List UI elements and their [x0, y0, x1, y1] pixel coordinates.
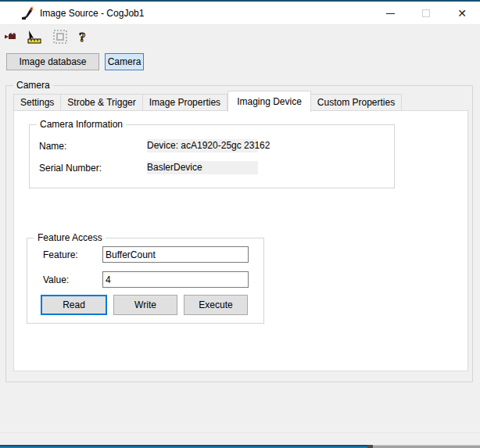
svg-text:?: ? [79, 30, 86, 44]
grid-disabled-icon [52, 29, 69, 45]
titlebar: Image Source - CogJob1 ✕ [0, 2, 480, 25]
camera-icon[interactable] [3, 29, 19, 45]
maximize-button [408, 2, 444, 25]
camera-groupbox-label: Camera [13, 80, 53, 91]
camera-tabstrip: Settings Strobe & Trigger Image Properti… [13, 90, 402, 111]
minimize-button[interactable] [372, 2, 408, 25]
bottom-bar-notch [367, 445, 373, 448]
serial-number-value: BaslerDevice [147, 161, 258, 174]
feature-label: Feature: [43, 249, 78, 260]
bottom-gray-bar [373, 445, 480, 448]
bottom-blue-bar [0, 445, 367, 448]
camera-information-label: Camera Information [37, 119, 126, 130]
tab-custom-properties[interactable]: Custom Properties [311, 94, 402, 111]
window-title: Image Source - CogJob1 [40, 8, 144, 19]
camera-button[interactable]: Camera [105, 53, 144, 70]
window-controls: ✕ [372, 2, 480, 25]
feature-access-label: Feature Access [34, 232, 106, 243]
tab-strobe-trigger[interactable]: Strobe & Trigger [61, 94, 142, 111]
pointer-ruler-icon[interactable] [25, 29, 44, 45]
tab-imaging-device[interactable]: Imaging Device [227, 91, 311, 112]
close-button[interactable]: ✕ [444, 2, 480, 25]
write-button[interactable]: Write [113, 295, 177, 315]
bottom-edge-bar [0, 445, 480, 448]
imaging-device-tabpanel: Camera Information Name: Device: acA1920… [13, 110, 468, 371]
help-icon[interactable]: ? [77, 29, 89, 45]
image-source-window: Image Source - CogJob1 ✕ [0, 0, 480, 448]
value-input[interactable] [102, 271, 249, 288]
camera-groupbox: Camera Settings Strobe & Trigger Image P… [5, 85, 473, 382]
name-label: Name: [39, 141, 66, 152]
feature-access-groupbox: Feature Access Feature: Value: Read Writ… [27, 238, 264, 324]
app-pen-icon [20, 6, 34, 20]
status-separator [0, 432, 480, 433]
image-database-button[interactable]: Image database [6, 53, 99, 70]
camera-information-groupbox: Camera Information Name: Device: acA1920… [29, 124, 395, 188]
camera-name-value: Device: acA1920-25gc 23162 [147, 139, 258, 152]
toolbar: ? [0, 26, 480, 48]
tab-settings[interactable]: Settings [13, 94, 61, 111]
read-button[interactable]: Read [41, 295, 107, 315]
serial-number-label: Serial Number: [39, 163, 102, 174]
feature-input[interactable] [102, 246, 249, 263]
tab-image-properties[interactable]: Image Properties [143, 94, 227, 111]
execute-button[interactable]: Execute [184, 295, 248, 315]
value-label: Value: [43, 274, 69, 285]
